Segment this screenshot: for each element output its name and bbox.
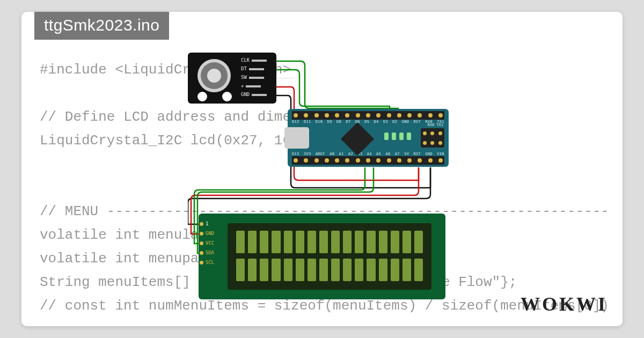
lcd-i2c-pins: 1GNDVCCSDASCL: [200, 219, 214, 267]
arduino-nano: D12D11D10D9D8D7D6D5D4D3D2GNDRSTRX0TX1 D1…: [288, 109, 449, 167]
isp-header: [421, 128, 444, 148]
preview-card: ttgSmk2023.ino #include <LiquidCrystal_I…: [21, 12, 623, 326]
circuit-diagram: CLKDTSW+GND D12D11D10D9D8D7D6D5D4D3D2GND…: [188, 53, 488, 305]
mcu-chip-icon: [341, 122, 374, 156]
mount-hole-icon: [222, 92, 232, 101]
nano-end-label: RX0 TX1: [427, 123, 443, 127]
nano-pinstrip-bottom: [292, 156, 444, 165]
mount-hole-icon: [197, 92, 207, 101]
nano-labels-top: D12D11D10D9D8D7D6D5D4D3D2GNDRSTRX0TX1: [292, 120, 444, 124]
nano-labels-bottom: D133V3AREFA0A1A2A3A4A5A6A75VRSTGNDVIN: [292, 152, 444, 156]
rotary-encoder: CLKDTSW+GND: [188, 53, 276, 104]
file-title-chip: ttgSmk2023.ino: [34, 12, 169, 40]
encoder-pin-labels: CLKDTSW+GND: [241, 56, 274, 99]
usb-port-icon: [284, 127, 309, 149]
nano-pinstrip-top: [292, 111, 444, 120]
wokwi-logo: WOKWI: [521, 293, 608, 315]
lcd-16x2: 1GNDVCCSDASCL: [199, 214, 445, 299]
status-leds: [384, 133, 411, 140]
lcd-screen: [228, 223, 431, 290]
